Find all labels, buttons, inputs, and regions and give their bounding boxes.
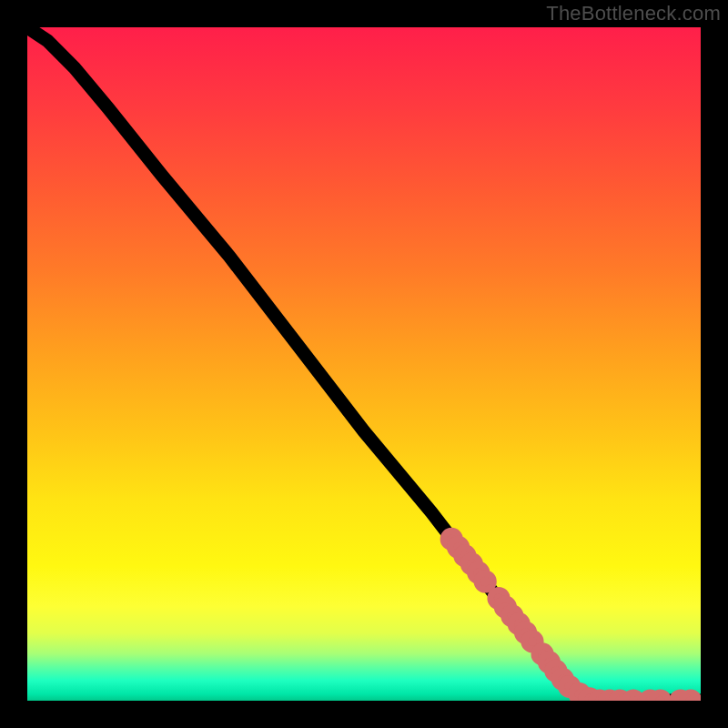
chart-overlay-svg <box>27 27 701 701</box>
bottleneck-curve <box>27 27 701 701</box>
data-marker <box>477 573 493 590</box>
chart-frame: TheBottleneck.com <box>0 0 728 728</box>
plot-area <box>27 27 701 701</box>
data-marker <box>652 693 669 701</box>
watermark-text: TheBottleneck.com <box>546 2 721 25</box>
data-marker <box>682 693 699 701</box>
marker-group <box>443 531 698 701</box>
